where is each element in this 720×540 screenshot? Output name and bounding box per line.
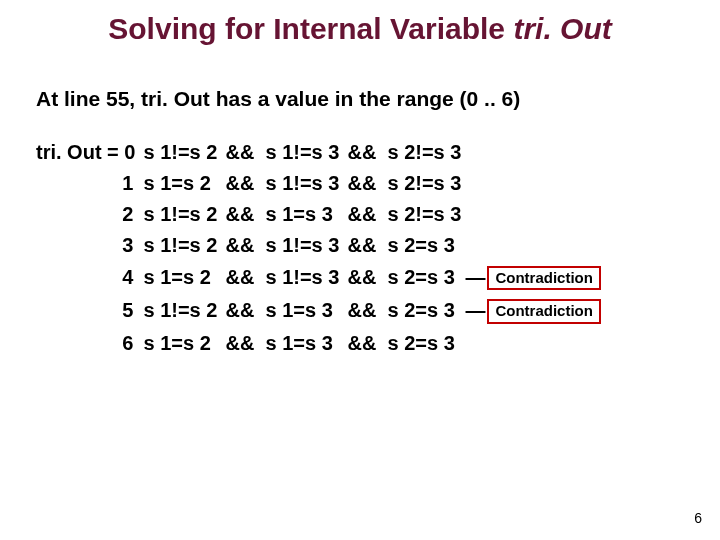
slide-subtitle: At line 55, tri. Out has a value in the …	[36, 87, 684, 111]
annotation-cell	[469, 230, 609, 261]
annotation-cell	[469, 168, 609, 199]
cond-2: s 1!=s 3	[265, 168, 347, 199]
table-row: 3s 1!=s 2&&s 1!=s 3&&s 2=s 3	[36, 230, 609, 261]
slide-title: Solving for Internal Variable tri. Out	[36, 12, 684, 47]
op-2: &&	[347, 199, 387, 230]
cond-2: s 1!=s 3	[265, 261, 347, 295]
op-2: &&	[347, 137, 387, 168]
annotation-cell: —Contradiction	[469, 261, 609, 295]
connector-icon: —	[465, 266, 485, 289]
cond-1: s 1=s 2	[143, 261, 225, 295]
cond-3: s 2=s 3	[387, 294, 469, 328]
connector-icon: —	[465, 299, 485, 322]
cond-3: s 2!=s 3	[387, 168, 469, 199]
op-1: &&	[225, 294, 265, 328]
page-number: 6	[694, 510, 702, 526]
cond-1: s 1!=s 2	[143, 230, 225, 261]
row-label: 5	[36, 294, 143, 328]
annotation-cell	[469, 328, 609, 359]
annotation-cell: —Contradiction	[469, 294, 609, 328]
title-variable: tri. Out	[513, 12, 611, 45]
cond-3: s 2=s 3	[387, 328, 469, 359]
cond-3: s 2=s 3	[387, 261, 469, 295]
op-1: &&	[225, 137, 265, 168]
table-row: 4s 1=s 2&&s 1!=s 3&&s 2=s 3—Contradictio…	[36, 261, 609, 295]
op-2: &&	[347, 328, 387, 359]
table-row: 1s 1=s 2&&s 1!=s 3&&s 2!=s 3	[36, 168, 609, 199]
cond-3: s 2=s 3	[387, 230, 469, 261]
annotation-cell	[469, 137, 609, 168]
cond-2: s 1=s 3	[265, 294, 347, 328]
conditions-table: tri. Out = 0s 1!=s 2&&s 1!=s 3&&s 2!=s 3…	[36, 137, 609, 359]
cond-3: s 2!=s 3	[387, 137, 469, 168]
contradiction-badge: Contradiction	[487, 266, 601, 291]
table-row: tri. Out = 0s 1!=s 2&&s 1!=s 3&&s 2!=s 3	[36, 137, 609, 168]
contradiction-badge: Contradiction	[487, 299, 601, 324]
table-row: 2s 1!=s 2&&s 1=s 3&&s 2!=s 3	[36, 199, 609, 230]
cond-1: s 1!=s 2	[143, 294, 225, 328]
row-label: 4	[36, 261, 143, 295]
cond-3: s 2!=s 3	[387, 199, 469, 230]
slide: Solving for Internal Variable tri. Out A…	[0, 0, 720, 540]
cond-2: s 1=s 3	[265, 199, 347, 230]
cond-2: s 1!=s 3	[265, 137, 347, 168]
row-label: 3	[36, 230, 143, 261]
op-1: &&	[225, 168, 265, 199]
cond-2: s 1!=s 3	[265, 230, 347, 261]
op-2: &&	[347, 230, 387, 261]
annotation-cell	[469, 199, 609, 230]
row-label: 1	[36, 168, 143, 199]
op-1: &&	[225, 230, 265, 261]
cond-1: s 1=s 2	[143, 328, 225, 359]
table-row: 6s 1=s 2&&s 1=s 3&&s 2=s 3	[36, 328, 609, 359]
op-2: &&	[347, 294, 387, 328]
cond-1: s 1!=s 2	[143, 137, 225, 168]
op-1: &&	[225, 199, 265, 230]
row-label: 6	[36, 328, 143, 359]
op-2: &&	[347, 168, 387, 199]
cond-1: s 1=s 2	[143, 168, 225, 199]
op-2: &&	[347, 261, 387, 295]
conditions-table-wrap: tri. Out = 0s 1!=s 2&&s 1!=s 3&&s 2!=s 3…	[36, 137, 684, 359]
op-1: &&	[225, 261, 265, 295]
cond-1: s 1!=s 2	[143, 199, 225, 230]
row-label: tri. Out = 0	[36, 137, 143, 168]
row-label: 2	[36, 199, 143, 230]
table-row: 5s 1!=s 2&&s 1=s 3&&s 2=s 3—Contradictio…	[36, 294, 609, 328]
cond-2: s 1=s 3	[265, 328, 347, 359]
title-prefix: Solving for Internal Variable	[108, 12, 513, 45]
op-1: &&	[225, 328, 265, 359]
